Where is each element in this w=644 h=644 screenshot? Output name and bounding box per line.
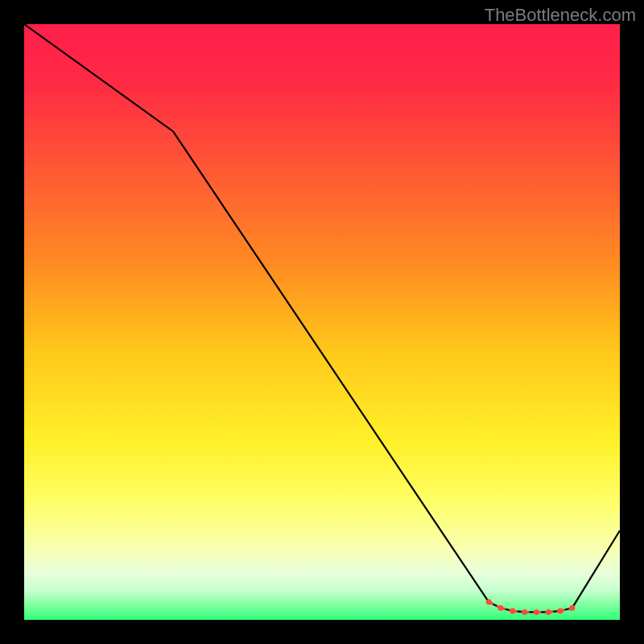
line-chart <box>24 24 620 620</box>
watermark-text: TheBottleneck.com <box>485 5 636 26</box>
gradient-background <box>24 24 620 620</box>
chart-container: TheBottleneck.com <box>0 0 644 644</box>
data-point <box>569 605 575 611</box>
plot-area <box>24 24 620 620</box>
